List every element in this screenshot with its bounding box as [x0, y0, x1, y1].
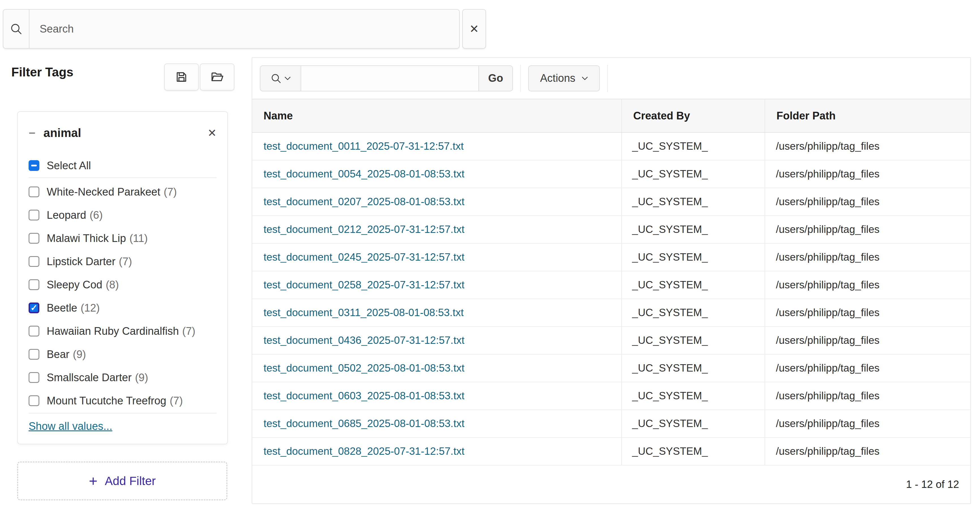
select-all-row[interactable]: Select All	[18, 154, 227, 177]
facet-value-checkbox[interactable]	[29, 372, 39, 383]
facet-value-checkbox[interactable]	[29, 326, 39, 336]
collapse-icon[interactable]: −	[29, 127, 36, 139]
table-row: test_document_0207_2025-08-01-08:53.txt …	[252, 188, 970, 216]
facet-value-count: (9)	[73, 348, 86, 360]
column-header-folder-path[interactable]: Folder Path	[765, 99, 970, 132]
pagination-label: 1 - 12 of 12	[906, 479, 959, 490]
facet-value-row[interactable]: Mount Tucutche Treefrog (7)	[18, 389, 227, 412]
file-name-link[interactable]: test_document_0685_2025-08-01-08:53.txt	[264, 418, 465, 430]
facet-value-checkbox[interactable]	[29, 349, 39, 360]
add-filter-button[interactable]: + Add Filter	[17, 462, 227, 500]
facet-value-checkbox[interactable]	[29, 279, 39, 290]
folder-path-cell: /users/philipp/tag_files	[765, 410, 970, 437]
created-by-cell: _UC_SYSTEM_	[621, 133, 765, 160]
table-row: test_document_0603_2025-08-01-08:53.txt …	[252, 383, 970, 410]
folder-path-cell: /users/philipp/tag_files	[765, 438, 970, 465]
report-footer: 1 - 12 of 12	[252, 465, 970, 503]
go-button[interactable]: Go	[479, 65, 513, 91]
column-header-name[interactable]: Name	[252, 99, 621, 132]
facet-value-checkbox[interactable]	[29, 303, 39, 313]
remove-facet-icon[interactable]: ✕	[207, 128, 216, 138]
file-name-link[interactable]: test_document_0212_2025-07-31-12:57.txt	[264, 224, 465, 235]
folder-path-cell: /users/philipp/tag_files	[765, 299, 970, 326]
table-row: test_document_0502_2025-08-01-08:53.txt …	[252, 355, 970, 383]
facet-value-row[interactable]: Smallscale Darter (9)	[18, 366, 227, 389]
facet-value-count: (7)	[164, 186, 177, 198]
file-name-link[interactable]: test_document_0502_2025-08-01-08:53.txt	[264, 362, 465, 374]
clear-search-button[interactable]: ✕	[462, 9, 486, 49]
facet-value-count: (8)	[106, 279, 119, 291]
facet-value-checkbox[interactable]	[29, 233, 39, 244]
created-by-cell: _UC_SYSTEM_	[621, 327, 765, 354]
folder-icon	[210, 70, 224, 84]
table-row: test_document_0258_2025-07-31-12:57.txt …	[252, 271, 970, 299]
actions-button[interactable]: Actions	[528, 65, 600, 91]
facet-value-row[interactable]: Hawaiian Ruby Cardinalfish (7)	[18, 319, 227, 343]
folder-path-cell: /users/philipp/tag_files	[765, 383, 970, 409]
folder-path-cell: /users/philipp/tag_files	[765, 355, 970, 382]
facet-value-row[interactable]: White-Necked Parakeet (7)	[18, 180, 227, 203]
created-by-cell: _UC_SYSTEM_	[621, 216, 765, 243]
facet-value-label: Lipstick Darter	[47, 256, 116, 268]
table-header: Name Created By Folder Path	[252, 99, 970, 133]
folder-path-cell: /users/philipp/tag_files	[765, 271, 970, 298]
facet-value-row[interactable]: Beetle (12)	[18, 296, 227, 319]
facet-value-checkbox[interactable]	[29, 395, 39, 406]
file-name-link[interactable]: test_document_0207_2025-08-01-08:53.txt	[264, 196, 465, 208]
table-row: test_document_0245_2025-07-31-12:57.txt …	[252, 244, 970, 271]
actions-label: Actions	[540, 72, 576, 84]
close-icon: ✕	[469, 22, 479, 35]
facet-value-count: (11)	[129, 232, 148, 244]
facet-value-checkbox[interactable]	[29, 210, 39, 221]
facet-value-label: Smallscale Darter	[47, 371, 132, 384]
plus-icon: +	[89, 474, 97, 489]
facet-value-count: (7)	[170, 395, 183, 407]
table-row: test_document_0011_2025-07-31-12:57.txt …	[252, 133, 970, 160]
select-all-checkbox[interactable]	[29, 160, 39, 171]
created-by-cell: _UC_SYSTEM_	[621, 244, 765, 271]
file-name-link[interactable]: test_document_0245_2025-07-31-12:57.txt	[264, 251, 465, 263]
report-search-group: Go	[260, 65, 513, 91]
save-filters-button[interactable]	[164, 63, 199, 90]
show-all-row: Show all values...	[18, 414, 227, 438]
folder-path-cell: /users/philipp/tag_files	[765, 327, 970, 354]
file-name-link[interactable]: test_document_0828_2025-07-31-12:57.txt	[264, 445, 465, 457]
folder-path-cell: /users/philipp/tag_files	[765, 133, 970, 160]
file-name-link[interactable]: test_document_0054_2025-08-01-08:53.txt	[264, 168, 465, 180]
facet-value-checkbox[interactable]	[29, 186, 39, 197]
folder-path-cell: /users/philipp/tag_files	[765, 188, 970, 215]
add-filter-label: Add Filter	[105, 474, 156, 488]
file-name-link[interactable]: test_document_0603_2025-08-01-08:53.txt	[264, 390, 465, 402]
report-toolbar: Go Actions	[252, 58, 970, 99]
facet-value-row[interactable]: Bear (9)	[18, 343, 227, 366]
created-by-cell: _UC_SYSTEM_	[621, 188, 765, 215]
facet-value-row[interactable]: Malawi Thick Lip (11)	[18, 227, 227, 250]
column-header-created-by[interactable]: Created By	[621, 99, 765, 132]
filter-tags-title: Filter Tags	[11, 65, 73, 79]
toolbar-separator	[520, 65, 521, 92]
search-icon	[270, 73, 282, 84]
table-row: test_document_0212_2025-07-31-12:57.txt …	[252, 216, 970, 244]
file-name-link[interactable]: test_document_0258_2025-07-31-12:57.txt	[264, 279, 465, 291]
facet-value-list: White-Necked Parakeet (7) Leopard (6) Ma…	[18, 179, 227, 412]
load-filters-button[interactable]	[200, 63, 234, 90]
created-by-cell: _UC_SYSTEM_	[621, 438, 765, 465]
show-all-values-link[interactable]: Show all values...	[29, 420, 112, 432]
facet-value-label: Hawaiian Ruby Cardinalfish	[47, 325, 179, 337]
facet-value-checkbox[interactable]	[29, 256, 39, 267]
facet-value-row[interactable]: Sleepy Cod (8)	[18, 273, 227, 296]
file-name-link[interactable]: test_document_0011_2025-07-31-12:57.txt	[264, 140, 464, 152]
file-name-link[interactable]: test_document_0436_2025-07-31-12:57.txt	[264, 335, 465, 346]
facet-value-label: Sleepy Cod	[47, 279, 102, 291]
save-icon	[175, 70, 188, 84]
search-column-dropdown-button[interactable]	[260, 65, 301, 91]
select-all-label: Select All	[47, 160, 91, 172]
facet-value-count: (6)	[89, 209, 102, 221]
facet-value-row[interactable]: Leopard (6)	[18, 203, 227, 227]
file-name-link[interactable]: test_document_0311_2025-08-01-08:53.txt	[264, 307, 464, 319]
report-search-input[interactable]	[301, 65, 479, 91]
facet-value-row[interactable]: Lipstick Darter (7)	[18, 250, 227, 273]
global-search-input[interactable]	[29, 10, 459, 48]
facet-value-label: Beetle	[47, 302, 77, 314]
table-row: test_document_0828_2025-07-31-12:57.txt …	[252, 438, 970, 465]
